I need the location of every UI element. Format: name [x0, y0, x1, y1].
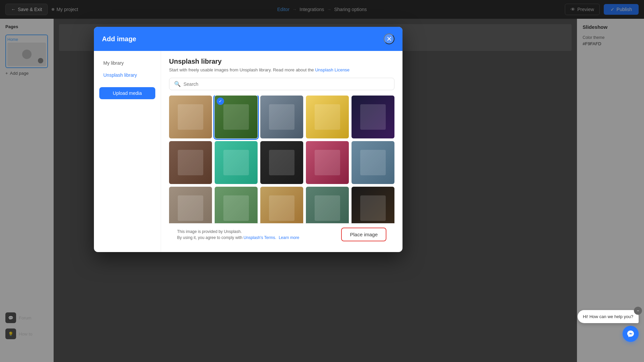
image-cell-13[interactable] [260, 187, 303, 223]
place-image-button[interactable]: Place image [341, 228, 386, 241]
image-cell-10[interactable] [352, 141, 394, 184]
learn-more-link[interactable]: Learn more [279, 235, 299, 240]
add-image-modal: Add image ✕ My library Unsplash library … [94, 27, 402, 252]
selected-checkmark: ✓ [217, 98, 224, 105]
img-placeholder-5 [360, 104, 386, 130]
modal-main-content: Unsplash library Start with freely usabl… [161, 51, 402, 252]
img-placeholder-3 [269, 104, 295, 130]
img-placeholder-15 [360, 195, 386, 221]
image-cell-14[interactable] [306, 187, 349, 223]
modal-header: Add image ✕ [94, 27, 402, 51]
image-cell-5[interactable] [352, 96, 394, 138]
chat-widget: Hi! How can we help you? − [578, 310, 639, 342]
modal-sidebar: My library Unsplash library Upload media [94, 51, 161, 252]
image-grid: ✓ [169, 96, 394, 223]
unsplash-license-link[interactable]: Unsplash License [315, 67, 350, 72]
search-icon: 🔍 [174, 81, 181, 87]
img-placeholder-2 [223, 104, 249, 130]
library-description: Start with freely usable images from Uns… [169, 67, 394, 72]
chat-bubble: Hi! How can we help you? [578, 310, 639, 323]
img-placeholder-8 [269, 150, 295, 176]
search-input[interactable] [183, 81, 389, 87]
chat-avatar-button[interactable] [623, 326, 639, 342]
image-cell-12[interactable] [215, 187, 258, 223]
img-placeholder-10 [360, 150, 386, 176]
messenger-icon [627, 330, 635, 338]
modal-footer: This image is provided by Unsplash. By u… [169, 223, 394, 245]
image-cell-15[interactable] [352, 187, 394, 223]
image-cell-9[interactable] [306, 141, 349, 184]
img-placeholder-12 [223, 195, 249, 221]
img-placeholder-6 [178, 150, 204, 176]
image-cell-11[interactable] [169, 187, 212, 223]
footer-description: This image is provided by Unsplash. By u… [177, 229, 299, 241]
close-icon: ✕ [386, 35, 392, 43]
search-box: 🔍 [169, 78, 394, 90]
img-placeholder-1 [178, 104, 204, 130]
img-placeholder-7 [223, 150, 249, 176]
chat-close-button[interactable]: − [634, 307, 642, 315]
image-grid-wrapper: ✓ [169, 96, 397, 223]
img-placeholder-13 [269, 195, 295, 221]
image-cell-6[interactable] [169, 141, 212, 184]
img-placeholder-14 [315, 195, 340, 221]
modal-body: My library Unsplash library Upload media… [94, 51, 402, 252]
image-cell-2[interactable]: ✓ [215, 96, 258, 138]
image-cell-4[interactable] [306, 96, 349, 138]
sidebar-unsplash-library[interactable]: Unsplash library [99, 70, 155, 80]
image-cell-1[interactable] [169, 96, 212, 138]
image-cell-7[interactable] [215, 141, 258, 184]
library-title: Unsplash library [169, 58, 394, 65]
modal-close-button[interactable]: ✕ [384, 34, 394, 44]
chat-bubble-container: Hi! How can we help you? − [578, 310, 639, 326]
upload-media-button[interactable]: Upload media [99, 87, 155, 99]
img-placeholder-4 [315, 104, 340, 130]
img-placeholder-9 [315, 150, 340, 176]
sidebar-my-library[interactable]: My library [99, 58, 155, 68]
img-placeholder-11 [178, 195, 204, 221]
image-cell-3[interactable] [260, 96, 303, 138]
modal-title: Add image [102, 35, 136, 43]
image-cell-8[interactable] [260, 141, 303, 184]
unsplash-terms-link[interactable]: Unsplash's Terms. [244, 235, 276, 240]
